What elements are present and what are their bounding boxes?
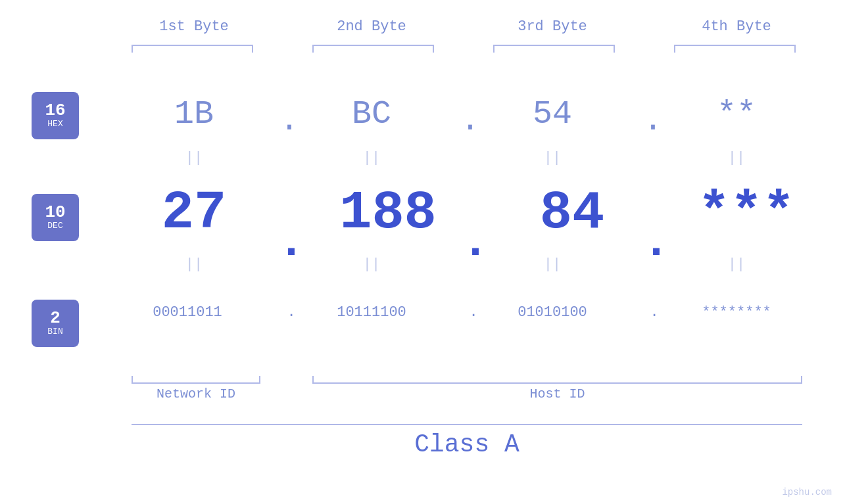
hex-dot1: . [273, 102, 306, 139]
byte2-header: 2nd Byte [306, 18, 437, 35]
bin-badge-number: 2 [50, 309, 60, 327]
byte1-header: 1st Byte [128, 18, 260, 35]
network-id-label: Network ID [132, 386, 260, 401]
hex-byte3: 54 [487, 95, 618, 133]
watermark: ipshu.com [782, 487, 832, 497]
byte1-top-bracket [132, 45, 253, 53]
hex-dot3: . [637, 102, 669, 139]
byte4-header: 4th Byte [671, 18, 802, 35]
dec-byte1: 27 [102, 183, 286, 244]
eq2-byte3: || [487, 256, 618, 273]
hex-byte2: BC [306, 95, 437, 133]
byte4-top-bracket [674, 45, 796, 53]
host-id-label: Host ID [312, 386, 802, 401]
class-divider [132, 424, 802, 425]
class-label: Class A [132, 430, 802, 459]
host-id-bracket [312, 376, 802, 384]
dec-badge: 10 DEC [32, 194, 79, 241]
hex-byte1: 1B [128, 95, 260, 133]
eq2-byte2: || [306, 256, 437, 273]
byte3-top-bracket [493, 45, 615, 53]
hex-byte4: ** [671, 95, 802, 133]
dec-badge-number: 10 [45, 204, 65, 221]
eq1-byte1: || [128, 150, 260, 166]
hex-dot2: . [454, 102, 487, 139]
hex-badge-number: 16 [45, 102, 65, 119]
dec-badge-label: DEC [47, 221, 62, 231]
bin-byte3: 01010100 [473, 304, 631, 321]
byte2-top-bracket [312, 45, 434, 53]
byte3-header: 3rd Byte [487, 18, 618, 35]
dec-byte2: 188 [296, 183, 480, 244]
hex-badge: 16 HEX [32, 92, 79, 139]
page-wrapper: 1st Byte 2nd Byte 3rd Byte 4th Byte 16 H… [0, 0, 845, 504]
dec-byte4: *** [664, 183, 829, 244]
hex-badge-label: HEX [47, 119, 62, 129]
bin-badge-label: BIN [47, 327, 62, 337]
bin-badge: 2 BIN [32, 300, 79, 347]
bin-byte2: 10111100 [293, 304, 450, 321]
eq1-byte4: || [671, 150, 802, 166]
network-id-bracket [132, 376, 260, 384]
eq1-byte2: || [306, 150, 437, 166]
eq1-byte3: || [487, 150, 618, 166]
eq2-byte1: || [128, 256, 260, 273]
bin-byte4: ******** [658, 304, 815, 321]
dec-byte3: 84 [480, 183, 664, 244]
bin-byte1: 00011011 [109, 304, 266, 321]
eq2-byte4: || [671, 256, 802, 273]
